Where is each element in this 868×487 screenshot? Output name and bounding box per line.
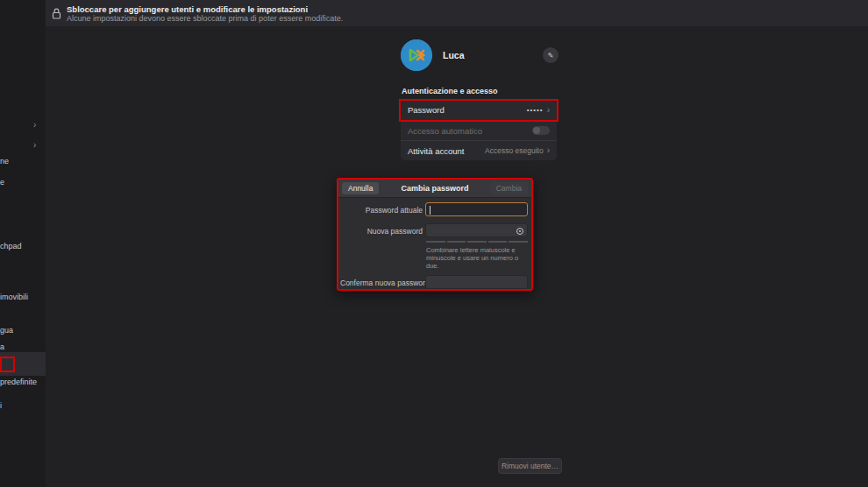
toggle-knob xyxy=(533,127,540,134)
sidebar-item-label[interactable]: ne xyxy=(0,157,9,166)
chevron-right-icon: › xyxy=(33,120,36,130)
password-row[interactable]: Password ••••• › xyxy=(401,100,557,120)
chevron-right-icon: › xyxy=(33,140,36,150)
pencil-icon: ✎ xyxy=(548,52,554,60)
strength-segment xyxy=(488,241,508,243)
password-label: Password xyxy=(408,105,527,115)
sidebar-item-users-selected[interactable] xyxy=(0,352,46,376)
auto-login-toggle[interactable] xyxy=(532,126,550,135)
strength-segment xyxy=(447,241,466,243)
cancel-button[interactable]: Annulla xyxy=(342,182,379,194)
auto-login-label: Accesso automatico xyxy=(408,126,532,136)
edit-name-button[interactable]: ✎ xyxy=(543,47,559,63)
password-strength-meter xyxy=(426,241,528,243)
change-password-dialog: Cambia password Annulla Cambia Password … xyxy=(337,178,533,291)
strength-segment xyxy=(467,241,487,243)
auth-card: Password ••••• › Accesso automatico Atti… xyxy=(401,100,557,160)
strength-segment xyxy=(426,241,445,243)
account-activity-value: Accesso eseguito xyxy=(485,146,544,155)
sidebar: › › ne e chpad imovibili gua a predefini… xyxy=(0,0,46,487)
banner-text: Sbloccare per aggiungere utenti e modifi… xyxy=(67,4,343,23)
account-activity-label: Attività account xyxy=(408,146,485,156)
current-password-input[interactable] xyxy=(425,202,528,216)
settings-window: › › ne e chpad imovibili gua a predefini… xyxy=(0,0,868,487)
user-name: Luca xyxy=(443,50,465,60)
generate-password-icon[interactable] xyxy=(516,228,523,235)
sidebar-item-label[interactable]: imovibili xyxy=(0,293,28,301)
sidebar-item-label[interactable]: e xyxy=(0,178,4,187)
strength-segment xyxy=(509,241,528,243)
sidebar-item-label[interactable]: chpad xyxy=(0,242,22,251)
password-hint: Combinare lettere maiuscole e minuscole … xyxy=(426,246,531,270)
sidebar-item-label[interactable]: gua xyxy=(0,326,13,335)
auto-login-row: Accesso automatico xyxy=(401,120,557,140)
new-password-label: Nuova password xyxy=(340,227,423,236)
confirm-password-label: Conferma nuova password xyxy=(340,279,423,287)
sidebar-item-label[interactable]: a xyxy=(0,342,4,351)
text-caret xyxy=(430,206,430,215)
section-header-auth: Autenticazione e accesso xyxy=(402,87,498,95)
change-button[interactable]: Cambia xyxy=(490,182,528,194)
dialog-header: Cambia password Annulla Cambia xyxy=(338,180,531,198)
confirm-password-input[interactable] xyxy=(425,275,528,289)
user-avatar xyxy=(401,39,432,71)
banner-title: Sbloccare per aggiungere utenti e modifi… xyxy=(67,4,343,14)
account-activity-row[interactable]: Attività account Accesso eseguito › xyxy=(401,140,557,160)
current-password-label: Password attuale xyxy=(340,206,423,215)
chevron-right-icon: › xyxy=(547,146,550,155)
remove-user-button[interactable]: Rimuovi utente… xyxy=(498,458,562,474)
banner-subtitle: Alcune impostazioni devono essere sblocc… xyxy=(67,14,343,23)
sidebar-item-label[interactable]: predefinite xyxy=(0,378,37,386)
unlock-banner[interactable]: Sbloccare per aggiungere utenti e modifi… xyxy=(46,0,868,26)
lock-icon xyxy=(51,7,61,19)
sidebar-item-label[interactable]: i xyxy=(0,401,2,410)
new-password-input[interactable] xyxy=(425,223,528,237)
chevron-right-icon: › xyxy=(547,106,550,115)
password-dots: ••••• xyxy=(527,106,544,114)
